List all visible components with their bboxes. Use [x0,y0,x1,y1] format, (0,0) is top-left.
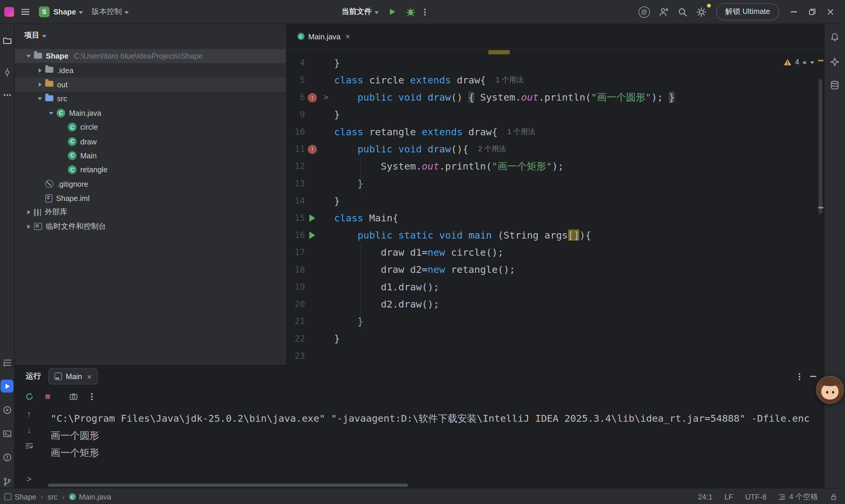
rerun-button[interactable] [22,389,36,403]
encoding-widget[interactable]: UTF-8 [745,492,766,501]
code-line[interactable]: 21 } [287,313,824,330]
code-area[interactable]: 4}5class circle extends draw{1 个用法6↑> pu… [287,49,824,365]
run-more-actions[interactable] [420,4,430,20]
soft-wrap-button[interactable] [23,440,35,452]
override-gutter[interactable]: ↑ [305,93,320,102]
chevron-right-icon[interactable] [23,210,34,215]
code-line[interactable]: 20 d2.draw(); [287,296,824,313]
assistant-avatar[interactable] [816,376,844,404]
override-gutter[interactable]: ↑ [305,145,320,154]
warning-stripe-mark[interactable] [818,207,823,208]
tree-row[interactable]: .idea [15,63,286,77]
tree-row[interactable]: .gitignore [15,177,286,191]
code-line[interactable]: 22} [287,330,824,347]
chevron-right-icon[interactable] [23,224,34,229]
tree-row[interactable]: Ccircle [15,120,286,134]
breadcrumb-item[interactable]: Shape [4,492,36,501]
expand-console-button[interactable]: > [23,473,35,485]
vcs-widget[interactable]: 版本控制 [87,4,133,20]
editor-scrollbar[interactable] [818,79,823,214]
terminal-tool-button[interactable] [1,427,14,440]
usage-hint[interactable]: 2 个用法 [478,141,506,158]
settings-button[interactable] [692,4,711,20]
code-line[interactable]: 14} [287,192,824,210]
code-line[interactable]: 6↑> public void draw() { System.out.prin… [287,89,824,106]
tree-row[interactable]: 临时文件和控制台 [15,220,286,234]
code-line[interactable]: 16 public static void main (String args[… [287,227,824,244]
problems-tool-button[interactable] [1,451,14,464]
tree-row[interactable]: 外部库 [15,205,286,220]
tree-row[interactable]: Cdraw [15,134,286,148]
down-stack-button[interactable]: ↓ [23,424,35,436]
editor-tab-main-java[interactable]: C Main.java × [292,27,356,46]
run-gutter[interactable] [305,231,320,239]
breadcrumb-item[interactable]: src [47,492,57,501]
tree-row[interactable]: CMain [15,148,286,163]
console-more-actions[interactable] [85,389,99,403]
restore-button[interactable] [803,4,821,20]
chevron-right-icon[interactable] [34,82,45,87]
usage-hint[interactable]: 1 个用法 [507,123,535,141]
search-everywhere-button[interactable] [673,4,692,20]
readonly-toggle[interactable] [830,493,837,501]
project-widget[interactable]: S Shape [34,4,87,20]
code-line[interactable]: 12 System.out.println("画一个矩形"); [287,158,824,175]
close-tab-icon[interactable]: × [345,32,350,41]
services-tool-button[interactable] [1,403,14,416]
run-configuration-selector[interactable]: 当前文件 [337,4,383,20]
code-line[interactable]: 5class circle extends draw{1 个用法 [287,72,824,89]
main-menu-button[interactable] [16,4,35,20]
tree-row[interactable]: ShapeC:\Users\taro blue\IdeaProjects\Sha… [15,49,286,63]
code-line[interactable]: 4} [287,54,824,72]
next-warning-icon[interactable] [810,61,814,66]
stop-button[interactable] [40,389,54,403]
up-stack-button[interactable]: ↑ [23,408,35,419]
code-line[interactable]: 19 d1.draw(); [287,278,824,296]
run-button[interactable] [383,4,401,20]
chevron-right-icon[interactable] [34,68,45,72]
code-line[interactable]: 18 draw d2=new retangle(); [287,261,824,278]
breadcrumb-item[interactable]: CMain.java [69,492,111,501]
close-tab-icon[interactable]: × [87,372,92,381]
tree-row[interactable]: Shape.iml [15,191,286,205]
project-tool-button[interactable] [1,34,14,47]
more-tool-windows-button[interactable] [1,88,14,101]
tree-row[interactable]: Cretangle [15,163,286,177]
hide-tool-window-icon[interactable] [810,376,816,377]
line-separator-widget[interactable]: LF [724,492,733,501]
usage-hint[interactable]: 1 个用法 [496,72,524,89]
console-horizontal-scrollbar[interactable] [48,484,408,487]
chevron-down-icon[interactable] [23,52,34,60]
commit-tool-button[interactable] [1,66,14,79]
chevron-down-icon[interactable] [34,95,45,103]
notifications-button[interactable] [828,31,842,44]
indent-widget[interactable]: 4 个空格 [778,492,818,502]
version-control-tool-button[interactable] [1,475,14,488]
tree-row[interactable]: src [15,92,286,106]
run-tab-main[interactable]: Main × [49,368,98,385]
database-button[interactable] [828,79,842,92]
thread-dump-button[interactable] [66,389,80,403]
inspections-widget[interactable]: 4 [784,53,814,70]
debug-button[interactable] [401,4,420,20]
code-line[interactable]: 11↑ public void draw(){2 个用法 [287,141,824,158]
structure-tool-button[interactable] [1,356,14,369]
run-tool-button[interactable] [1,380,14,393]
code-line[interactable]: 23 [287,347,824,365]
chevron-down-icon[interactable] [46,109,56,116]
code-line[interactable]: 9} [287,106,824,123]
code-line[interactable]: 17 draw d1=new circle(); [287,244,824,261]
code-line[interactable]: 10class retangle extends draw{1 个用法 [287,123,824,141]
code-line[interactable]: 15class Main{ [287,210,824,227]
invite-user-button[interactable] [654,4,673,20]
minimize-button[interactable] [784,4,803,20]
console-output[interactable]: "C:\Program Files\Java\jdk-25.0.2\bin\ja… [44,406,824,488]
caret-position-widget[interactable]: 24:1 [698,492,713,501]
close-button[interactable] [821,4,840,20]
code-line[interactable]: 13 } [287,175,824,192]
previous-warning-icon[interactable] [803,58,807,63]
warning-stripe-mark[interactable] [818,60,823,61]
unlock-ultimate-button[interactable]: 解锁 Ultimate [716,3,779,20]
tree-row[interactable]: CMain.java [15,106,286,120]
code-with-me-button[interactable]: @ [634,4,654,20]
